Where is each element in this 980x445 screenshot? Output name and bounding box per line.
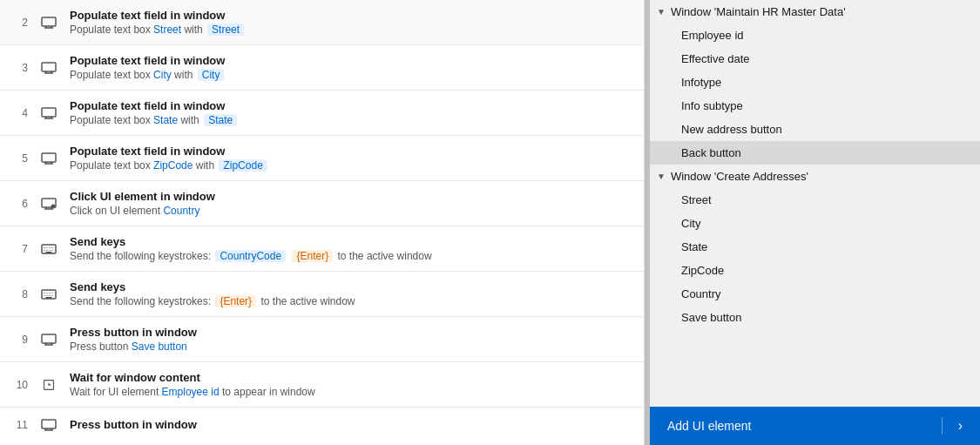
svg-point-48 bbox=[48, 384, 50, 386]
tree-group-maintain-hr-label: Window 'Maintain HR Master Data' bbox=[671, 5, 846, 18]
action-content-5: Populate text field in window Populate t… bbox=[70, 145, 633, 172]
action-title-5: Populate text field in window bbox=[70, 145, 633, 158]
tag-state2: State bbox=[204, 114, 237, 126]
tree-item-state[interactable]: State bbox=[650, 235, 980, 259]
action-title-2: Populate text field in window bbox=[70, 9, 633, 22]
action-content-9: Press button in window Press button Save… bbox=[70, 326, 633, 353]
svg-rect-8 bbox=[42, 108, 56, 117]
action-title-10: Wait for window content bbox=[70, 371, 633, 384]
row-number-4: 4 bbox=[10, 107, 28, 119]
tree-item-infotype-label: Infotype bbox=[681, 76, 721, 89]
monitor-icon-3 bbox=[37, 59, 61, 77]
action-desc-6: Click on UI element Country bbox=[70, 205, 633, 217]
tag-countrycode: CountryCode bbox=[215, 250, 286, 262]
svg-point-20 bbox=[51, 204, 56, 208]
action-title-7: Send keys bbox=[70, 235, 633, 248]
action-row-5[interactable]: 5 Populate text field in window Populate… bbox=[0, 136, 644, 181]
action-desc-3: Populate text box City with City bbox=[70, 69, 633, 81]
action-desc-10: Wait for UI element Employee id to appea… bbox=[70, 386, 633, 398]
tree-item-new-address-button-label: New address button bbox=[681, 123, 782, 136]
tree-item-info-subtype-label: Info subtype bbox=[681, 99, 743, 112]
monitor-click-icon-6 bbox=[37, 195, 61, 212]
action-row-8[interactable]: 8 Send keys Send the following keystroke… bbox=[0, 272, 644, 317]
tag-save-btn: Save button bbox=[132, 340, 187, 353]
action-title-6: Click UI element in window bbox=[70, 190, 633, 203]
tree-item-street-label: Street bbox=[681, 193, 712, 206]
svg-rect-0 bbox=[42, 17, 56, 26]
tree-item-new-address-button[interactable]: New address button bbox=[650, 118, 980, 141]
tag-street2: Street bbox=[207, 24, 244, 36]
row-number-10: 10 bbox=[10, 379, 28, 391]
action-content-7: Send keys Send the following keystrokes:… bbox=[70, 235, 633, 262]
tree-item-zipcode[interactable]: ZipCode bbox=[650, 259, 980, 282]
left-panel: 2 Populate text field in window Populate… bbox=[0, 0, 645, 445]
action-desc-8: Send the following keystrokes: {Enter} t… bbox=[70, 295, 633, 307]
action-content-3: Populate text field in window Populate t… bbox=[70, 54, 633, 81]
svg-rect-12 bbox=[42, 153, 56, 162]
monitor-press-icon-9 bbox=[37, 331, 61, 348]
tree-item-effective-date[interactable]: Effective date bbox=[650, 47, 980, 71]
svg-rect-4 bbox=[42, 63, 56, 71]
tag-empid: Employee id bbox=[162, 386, 220, 398]
tree-item-country[interactable]: Country bbox=[650, 282, 980, 306]
tree-item-street[interactable]: Street bbox=[650, 188, 980, 212]
tree-item-state-label: State bbox=[681, 240, 707, 253]
add-ui-element-label: Add UI element bbox=[667, 419, 752, 433]
tree-item-infotype[interactable]: Infotype bbox=[650, 71, 980, 94]
tree-container[interactable]: ▼ Window 'Maintain HR Master Data' Emplo… bbox=[650, 0, 980, 407]
tag-zip2: ZipCode bbox=[219, 159, 267, 172]
row-number-5: 5 bbox=[10, 152, 28, 165]
action-row-2[interactable]: 2 Populate text field in window Populate… bbox=[0, 0, 644, 45]
tree-item-city-label: City bbox=[681, 217, 700, 230]
tree-item-employee-id[interactable]: Employee id bbox=[650, 24, 980, 47]
tag-street1: Street bbox=[153, 24, 181, 36]
tree-item-save-button[interactable]: Save button bbox=[650, 306, 980, 329]
tree-item-employee-id-label: Employee id bbox=[681, 29, 744, 42]
tree-group-create-addresses-label: Window 'Create Addresses' bbox=[671, 170, 808, 183]
action-row-4[interactable]: 4 Populate text field in window Populate… bbox=[0, 91, 644, 136]
monitor-icon-11 bbox=[37, 416, 61, 434]
action-content-8: Send keys Send the following keystrokes:… bbox=[70, 280, 633, 307]
chevron-down-icon: ▼ bbox=[657, 7, 666, 17]
action-title-9: Press button in window bbox=[70, 326, 633, 339]
tree-item-effective-date-label: Effective date bbox=[681, 52, 750, 65]
tree-item-info-subtype[interactable]: Info subtype bbox=[650, 94, 980, 118]
row-number-11: 11 bbox=[10, 419, 28, 431]
chevron-down-icon-2: ▼ bbox=[657, 172, 666, 181]
row-number-2: 2 bbox=[10, 17, 28, 29]
tree-item-zipcode-label: ZipCode bbox=[681, 264, 724, 277]
action-desc-7: Send the following keystrokes: CountryCo… bbox=[70, 250, 633, 262]
svg-rect-41 bbox=[42, 334, 56, 343]
tree-group-create-addresses[interactable]: ▼ Window 'Create Addresses' bbox=[650, 165, 980, 188]
action-content-2: Populate text field in window Populate t… bbox=[70, 9, 633, 36]
monitor-icon-2 bbox=[37, 14, 61, 31]
tree-item-city[interactable]: City bbox=[650, 212, 980, 235]
monitor-icon-4 bbox=[37, 105, 61, 122]
keyboard-icon-8 bbox=[37, 286, 61, 303]
row-number-8: 8 bbox=[10, 288, 28, 300]
tag-city2: City bbox=[198, 69, 225, 81]
action-content-4: Populate text field in window Populate t… bbox=[70, 99, 633, 126]
add-ui-element-button[interactable]: Add UI element › bbox=[650, 407, 980, 445]
action-row-3[interactable]: 3 Populate text field in window Populate… bbox=[0, 45, 644, 91]
row-number-6: 6 bbox=[10, 198, 28, 210]
action-row-7[interactable]: 7 Send keys Send the following keystroke… bbox=[0, 226, 644, 272]
wait-icon-10 bbox=[37, 376, 61, 394]
tag-zip1: ZipCode bbox=[153, 159, 193, 172]
tree-item-back-button[interactable]: Back button bbox=[650, 141, 980, 165]
action-title-8: Send keys bbox=[70, 280, 633, 293]
action-row-10[interactable]: 10 Wait for window content Wait for UI e… bbox=[0, 362, 644, 408]
action-row-9[interactable]: 9 Press button in window Press button Sa… bbox=[0, 317, 644, 362]
action-desc-5: Populate text box ZipCode with ZipCode bbox=[70, 159, 633, 172]
action-row-11[interactable]: 11 Press button in window bbox=[0, 408, 644, 442]
tag-city1: City bbox=[153, 69, 172, 81]
row-number-3: 3 bbox=[10, 62, 28, 74]
row-number-9: 9 bbox=[10, 334, 28, 346]
tree-group-maintain-hr[interactable]: ▼ Window 'Maintain HR Master Data' bbox=[650, 0, 980, 24]
action-title-3: Populate text field in window bbox=[70, 54, 633, 67]
row-number-7: 7 bbox=[10, 243, 28, 255]
action-title-11: Press button in window bbox=[70, 418, 633, 431]
svg-rect-49 bbox=[42, 420, 56, 428]
action-content-6: Click UI element in window Click on UI e… bbox=[70, 190, 633, 217]
action-row-6[interactable]: 6 Click UI element in window Click on UI… bbox=[0, 181, 644, 226]
